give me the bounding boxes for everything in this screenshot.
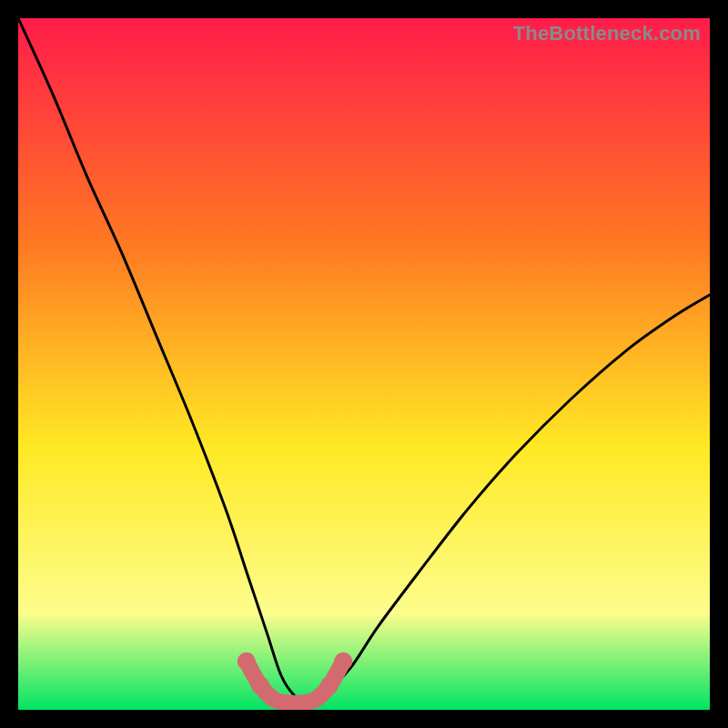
- chart-frame: TheBottleneck.com: [18, 18, 710, 710]
- highlight-dot: [320, 676, 339, 694]
- bottleneck-plot: [18, 18, 710, 710]
- gradient-background: [18, 18, 710, 710]
- highlight-dot: [334, 652, 352, 671]
- watermark-label: TheBottleneck.com: [513, 22, 701, 46]
- highlight-dot: [238, 652, 256, 671]
- highlight-dot: [251, 676, 269, 694]
